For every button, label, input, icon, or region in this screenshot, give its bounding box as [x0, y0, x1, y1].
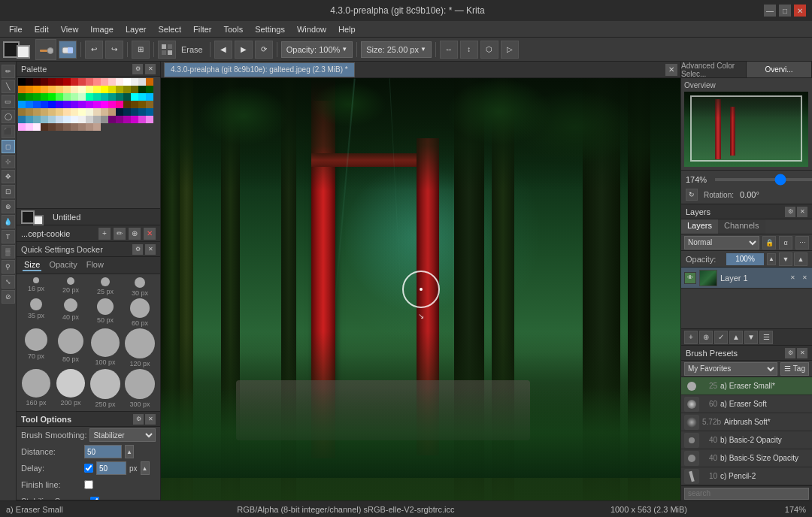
- color-swatch[interactable]: [71, 123, 78, 131]
- color-swatch[interactable]: [123, 86, 131, 93]
- brush-size-300[interactable]: 300 px: [123, 369, 156, 408]
- color-swatch[interactable]: [86, 116, 93, 123]
- color-swatch[interactable]: [56, 108, 63, 116]
- menu-tools[interactable]: Tools: [218, 23, 250, 35]
- finish-line-checkbox[interactable]: [84, 480, 93, 489]
- minimize-button[interactable]: —: [764, 5, 776, 17]
- color-swatch[interactable]: [71, 116, 78, 123]
- color-swatch[interactable]: [93, 78, 101, 86]
- color-swatch[interactable]: [86, 108, 93, 116]
- color-swatch[interactable]: [48, 108, 56, 116]
- distance-up-btn[interactable]: ▲: [125, 445, 134, 458]
- color-swatch[interactable]: [63, 116, 71, 123]
- layer-up-btn[interactable]: ▲: [729, 331, 743, 344]
- brush-size-25[interactable]: 25 px: [89, 277, 122, 297]
- tool-select[interactable]: ⊹: [2, 155, 15, 168]
- color-swatch[interactable]: [33, 108, 41, 116]
- color-swatch[interactable]: [41, 101, 48, 108]
- color-swatch[interactable]: [101, 86, 108, 93]
- color-swatch[interactable]: [33, 93, 41, 101]
- overview-thumbnail[interactable]: [684, 92, 808, 167]
- layer-dupe-btn[interactable]: ⊕: [129, 228, 141, 240]
- color-swatch[interactable]: [116, 93, 123, 101]
- color-swatch[interactable]: [123, 116, 131, 123]
- to-close-btn[interactable]: ✕: [145, 414, 156, 425]
- color-swatch[interactable]: [33, 123, 41, 131]
- tool-ellipse[interactable]: ◯: [2, 110, 15, 123]
- color-swatch[interactable]: [101, 116, 108, 123]
- color-swatch[interactable]: [86, 93, 93, 101]
- color-swatch[interactable]: [26, 86, 33, 93]
- tool-rect[interactable]: ▭: [2, 95, 15, 108]
- layer-merge-btn[interactable]: ✓: [714, 331, 728, 344]
- layers-close-btn[interactable]: ✕: [797, 207, 807, 217]
- color-swatch[interactable]: [48, 101, 56, 108]
- color-swatch[interactable]: [131, 116, 138, 123]
- brush-item-basic5[interactable]: 40 b) Basic-5 Size Opacity: [681, 449, 812, 467]
- color-swatch[interactable]: [116, 108, 123, 116]
- color-swatch[interactable]: [48, 78, 56, 86]
- bp-settings-btn[interactable]: ⚙: [785, 348, 795, 358]
- channels-tab[interactable]: Channels: [718, 219, 765, 234]
- color-swatch[interactable]: [86, 78, 93, 86]
- color-swatch[interactable]: [18, 123, 26, 131]
- color-swatch[interactable]: [26, 116, 33, 123]
- menu-image[interactable]: Image: [84, 23, 120, 35]
- color-swatch[interactable]: [78, 116, 86, 123]
- undo-button[interactable]: ↩: [85, 41, 103, 59]
- color-swatch[interactable]: [116, 86, 123, 93]
- color-swatch[interactable]: [86, 86, 93, 93]
- color-swatch[interactable]: [146, 93, 153, 101]
- menu-help[interactable]: Help: [332, 23, 362, 35]
- qs-close-btn[interactable]: ✕: [145, 244, 156, 255]
- color-swatch[interactable]: [123, 78, 131, 86]
- color-swatch[interactable]: [86, 123, 93, 131]
- brush-size-60[interactable]: 60 px: [123, 298, 156, 327]
- color-swatch[interactable]: [63, 123, 71, 131]
- color-swatch[interactable]: [101, 78, 108, 86]
- color-swatch[interactable]: [18, 78, 26, 86]
- color-swatch[interactable]: [146, 86, 153, 93]
- color-swatch[interactable]: [138, 108, 146, 116]
- collapse-btn[interactable]: ▼: [779, 252, 792, 266]
- color-swatch[interactable]: [93, 123, 101, 131]
- menu-settings[interactable]: Settings: [249, 23, 291, 35]
- canvas-content[interactable]: ↘: [161, 78, 680, 500]
- color-swatch[interactable]: [138, 78, 146, 86]
- color-swatch[interactable]: [131, 108, 138, 116]
- to-settings-btn[interactable]: ⚙: [133, 414, 144, 425]
- color-swatch[interactable]: [146, 108, 153, 116]
- palette-close-btn[interactable]: ✕: [145, 64, 156, 74]
- color-swatch[interactable]: [41, 108, 48, 116]
- color-swatch[interactable]: [26, 123, 33, 131]
- next-brush-button[interactable]: ▶: [235, 41, 253, 59]
- layer-down-btn[interactable]: ▼: [744, 331, 758, 344]
- menu-select[interactable]: Select: [152, 23, 187, 35]
- tool-zoom[interactable]: ⊕: [2, 200, 15, 213]
- grid-button[interactable]: ⊞: [132, 41, 150, 59]
- brush-size-40[interactable]: 40 px: [54, 298, 87, 327]
- color-swatch[interactable]: [101, 101, 108, 108]
- opacity-up-btn[interactable]: ▲: [767, 253, 776, 265]
- color-swatch[interactable]: [78, 86, 86, 93]
- color-swatch[interactable]: [93, 86, 101, 93]
- color-swatch[interactable]: [108, 108, 116, 116]
- color-swatch[interactable]: [116, 116, 123, 123]
- overview-tab[interactable]: Overvi...: [747, 62, 812, 77]
- size-widget[interactable]: Size: 25.00 px ▼: [361, 41, 432, 58]
- color-swatch[interactable]: [56, 86, 63, 93]
- delay-input[interactable]: [96, 461, 126, 475]
- color-swatch[interactable]: [71, 78, 78, 86]
- color-swatch[interactable]: [138, 101, 146, 108]
- color-swatch[interactable]: [146, 101, 153, 108]
- qs-settings-btn[interactable]: ⚙: [132, 244, 143, 255]
- color-swatch[interactable]: [63, 101, 71, 108]
- color-swatch[interactable]: [108, 93, 116, 101]
- brush-size-80[interactable]: 80 px: [54, 328, 87, 367]
- color-swatch[interactable]: [18, 86, 26, 93]
- layer-lock-btn[interactable]: 🔒: [762, 236, 776, 249]
- tool-eyedropper[interactable]: 💧: [2, 215, 15, 228]
- rotation-icon-btn[interactable]: ↻: [686, 189, 698, 201]
- color-swatch[interactable]: [116, 101, 123, 108]
- color-swatch[interactable]: [93, 116, 101, 123]
